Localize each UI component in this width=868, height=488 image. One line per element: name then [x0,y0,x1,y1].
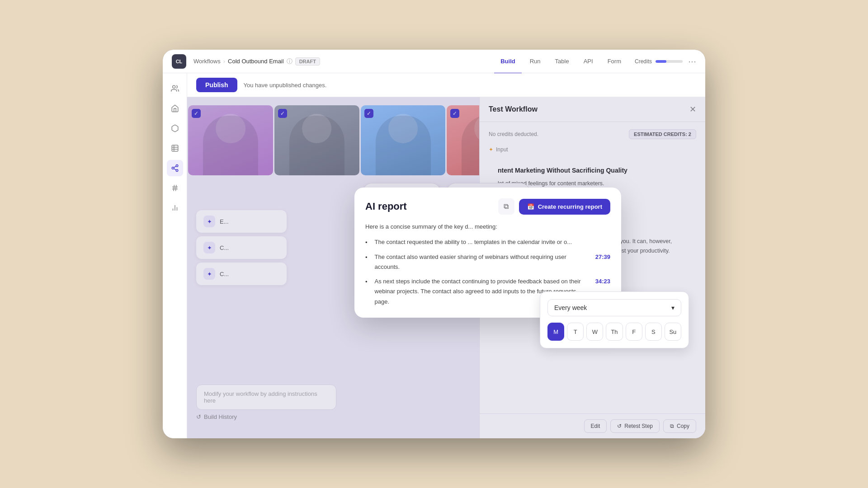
app-window: CL Workflows › Cold Outbound Email ⓘ DRA… [163,50,705,438]
svg-point-0 [172,85,175,88]
bullet-item-1: The contact requested the ability to ...… [365,237,610,248]
create-recurring-report-button[interactable]: 📅 Create recurring report [519,199,610,215]
credits-area: Credits [635,58,683,65]
top-bar: CL Workflows › Cold Outbound Email ⓘ DRA… [163,50,705,73]
sidebar-icon-home[interactable] [167,100,183,117]
breadcrumb-current: Cold Outbound Email [228,58,284,65]
chevron-down-icon: ▾ [671,304,675,311]
sidebar-icon-people[interactable] [167,80,183,97]
sidebar-icon-graph[interactable] [167,160,183,176]
frequency-select[interactable]: Every week ▾ [547,299,681,316]
credits-bar [656,60,683,63]
draft-badge: DRAFT [295,57,320,66]
publish-button[interactable]: Publish [196,78,237,92]
breadcrumb: Workflows › Cold Outbound Email ⓘ DRAFT [193,57,487,66]
sidebar-icon-chart[interactable] [167,200,183,216]
svg-line-9 [174,185,175,191]
sidebar-icon-table[interactable] [167,140,183,156]
svg-line-10 [175,185,176,191]
unpublished-notice: You have unpublished changes. [244,82,327,89]
tab-form[interactable]: Form [601,55,627,67]
top-bar-right: Credits ⋯ [635,56,696,66]
tab-build[interactable]: Build [494,55,522,67]
content-area: Publish You have unpublished changes. ✓ [187,73,705,438]
tab-run[interactable]: Run [524,55,547,67]
svg-rect-1 [172,145,178,151]
modal-overlay: AI report ⧉ 📅 Create recurring report [187,97,705,438]
nav-tabs: Build Run Table API Form [494,55,627,67]
day-btn-wednesday[interactable]: W [586,323,603,341]
more-button[interactable]: ⋯ [688,56,696,66]
tab-api[interactable]: API [577,55,599,67]
main-area: Publish You have unpublished changes. ✓ [163,73,705,438]
ai-report-copy-button[interactable]: ⧉ [498,198,514,215]
ai-copy-icon: ⧉ [504,202,509,211]
info-icon: ⓘ [287,57,292,66]
publish-bar: Publish You have unpublished changes. [187,73,705,97]
breadcrumb-separator: › [223,58,225,65]
sidebar [163,73,187,438]
day-btn-thursday[interactable]: Th [606,323,623,341]
day-btn-friday[interactable]: F [626,323,642,341]
day-buttons: M T W Th F S Su [547,323,681,341]
ai-report-intro: Here is a concise summary of the key d..… [365,222,610,232]
day-btn-sunday[interactable]: Su [665,323,681,341]
sidebar-icon-hash[interactable] [167,180,183,196]
credits-fill [656,60,666,63]
device-frame: CL Workflows › Cold Outbound Email ⓘ DRA… [163,50,705,438]
logo-avatar: CL [172,54,186,69]
day-btn-monday[interactable]: M [547,323,564,341]
ai-report-title: AI report [365,201,407,212]
calendar-icon: 📅 [527,203,534,210]
tab-table[interactable]: Table [549,55,576,67]
timestamp-link-1[interactable]: 27:39 [595,252,610,272]
svg-point-3 [172,167,174,169]
ai-report-header: AI report ⧉ 📅 Create recurring report [354,188,621,222]
sidebar-icon-box[interactable] [167,120,183,136]
canvas-area: ✓ ✓ [187,97,705,438]
day-btn-tuesday[interactable]: T [567,323,584,341]
breadcrumb-parent[interactable]: Workflows [193,58,221,65]
svg-line-6 [174,166,176,168]
svg-point-2 [176,165,178,167]
recurring-dropdown: Every week ▾ M T W Th F S Su [540,291,689,348]
day-btn-saturday[interactable]: S [645,323,662,341]
svg-point-4 [176,169,178,172]
credits-label: Credits [635,58,652,65]
frequency-label: Every week [554,304,587,311]
svg-line-5 [174,169,176,170]
bullet-item-2: The contact also wanted easier sharing o… [365,252,610,272]
